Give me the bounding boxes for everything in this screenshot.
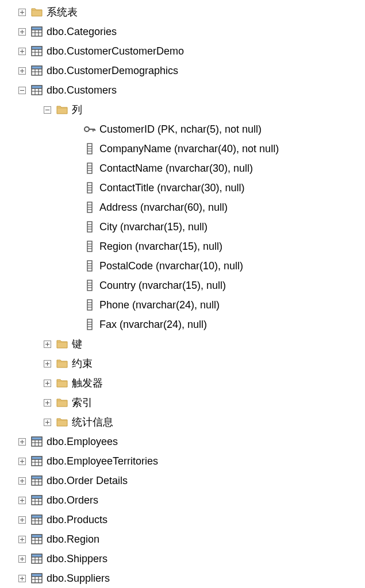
expand-icon[interactable] — [18, 28, 26, 36]
column-icon — [83, 240, 96, 253]
tree-item-label: dbo.Order Details — [47, 475, 128, 486]
table-icon — [30, 533, 43, 546]
column-icon — [83, 162, 96, 175]
tree-item-label: City (nvarchar(15), null) — [99, 222, 208, 232]
expand-icon[interactable] — [44, 341, 51, 348]
tree-item-label: dbo.Categories — [47, 26, 117, 37]
expand-icon[interactable] — [18, 497, 26, 504]
tree-item[interactable]: dbo.Customers — [0, 80, 365, 100]
tree-item-label: CustomerID (PK, nchar(5), not null) — [99, 124, 262, 134]
tree-item[interactable]: ContactName (nvarchar(30), null) — [0, 158, 365, 178]
tree-item-label: dbo.Suppliers — [47, 573, 110, 583]
tree-item[interactable]: dbo.CustomerCustomerDemo — [0, 41, 365, 61]
tree-item[interactable]: dbo.Products — [0, 510, 365, 529]
tree-item[interactable]: Address (nvarchar(60), null) — [0, 198, 365, 217]
tree-item-label: dbo.Customers — [47, 85, 117, 95]
tree-item[interactable]: 列 — [0, 100, 365, 119]
tree-item-label: 触发器 — [72, 378, 103, 388]
object-explorer-tree: 系统表dbo.Categoriesdbo.CustomerCustomerDem… — [0, 0, 365, 588]
tree-item[interactable]: dbo.Categories — [0, 22, 365, 41]
collapse-icon[interactable] — [44, 106, 51, 114]
tree-item[interactable]: CompanyName (nvarchar(40), not null) — [0, 139, 365, 158]
column-icon — [83, 220, 96, 233]
expand-icon[interactable] — [18, 516, 26, 524]
folder-icon — [30, 6, 43, 18]
expand-icon[interactable] — [44, 380, 51, 387]
tree-item-label: 系统表 — [47, 7, 78, 17]
tree-item[interactable]: 键 — [0, 334, 365, 354]
tree-item[interactable]: Fax (nvarchar(24), null) — [0, 315, 365, 334]
expand-icon[interactable] — [44, 360, 51, 368]
table-icon — [30, 474, 43, 487]
tree-item[interactable]: dbo.EmployeeTerritories — [0, 451, 365, 471]
tree-item[interactable]: City (nvarchar(15), null) — [0, 217, 365, 237]
tree-item[interactable]: Phone (nvarchar(24), null) — [0, 295, 365, 315]
tree-item[interactable]: dbo.Suppliers — [0, 568, 365, 588]
tree-item[interactable]: 触发器 — [0, 373, 365, 393]
tree-item-label: 索引 — [72, 397, 93, 408]
folder-icon — [56, 357, 68, 370]
table-icon — [30, 84, 43, 96]
table-icon — [30, 435, 43, 448]
table-icon — [30, 25, 43, 38]
column-icon — [83, 201, 96, 214]
tree-item-label: ContactName (nvarchar(30), null) — [99, 163, 253, 173]
table-icon — [30, 64, 43, 77]
tree-item-label: 统计信息 — [72, 417, 113, 427]
table-icon — [30, 572, 43, 585]
tree-item[interactable]: dbo.Order Details — [0, 471, 365, 490]
column-icon — [83, 181, 96, 194]
expand-icon[interactable] — [44, 399, 51, 407]
table-icon — [30, 552, 43, 565]
tree-item[interactable]: dbo.CustomerDemographics — [0, 61, 365, 80]
expand-icon[interactable] — [18, 555, 26, 563]
tree-item-label: 列 — [72, 105, 82, 115]
expand-icon[interactable] — [44, 419, 51, 426]
table-icon — [30, 494, 43, 506]
expand-icon[interactable] — [18, 458, 26, 465]
tree-item[interactable]: dbo.Orders — [0, 490, 365, 510]
tree-item-label: ContactTitle (nvarchar(30), null) — [99, 183, 244, 193]
tree-item[interactable]: 系统表 — [0, 2, 365, 22]
tree-item[interactable]: 约束 — [0, 354, 365, 373]
tree-item-label: dbo.Orders — [47, 495, 98, 505]
tree-item-label: 约束 — [72, 358, 93, 369]
expand-icon[interactable] — [18, 575, 26, 582]
folder-icon — [56, 338, 68, 350]
tree-item-label: dbo.Products — [47, 514, 107, 525]
column-icon — [83, 260, 96, 272]
tree-item[interactable]: 统计信息 — [0, 412, 365, 432]
tree-item[interactable]: Region (nvarchar(15), null) — [0, 237, 365, 256]
tree-item[interactable]: 索引 — [0, 393, 365, 412]
folder-icon — [56, 416, 68, 428]
tree-item[interactable]: Country (nvarchar(15), null) — [0, 276, 365, 295]
tree-item-label: Phone (nvarchar(24), null) — [99, 300, 220, 310]
expand-icon[interactable] — [18, 477, 26, 485]
expand-icon[interactable] — [18, 48, 26, 55]
tree-item[interactable]: dbo.Employees — [0, 432, 365, 451]
expand-icon[interactable] — [18, 67, 26, 75]
tree-item[interactable]: dbo.Region — [0, 529, 365, 549]
tree-item[interactable]: PostalCode (nvarchar(10), null) — [0, 256, 365, 276]
tree-item-label: dbo.Employees — [47, 436, 118, 447]
tree-item[interactable]: ContactTitle (nvarchar(30), null) — [0, 178, 365, 198]
collapse-icon[interactable] — [18, 87, 26, 94]
expand-icon[interactable] — [18, 438, 26, 446]
tree-item-label: 键 — [72, 339, 82, 349]
tree-item-label: PostalCode (nvarchar(10), null) — [99, 261, 243, 271]
column-icon — [83, 299, 96, 311]
tree-item[interactable]: CustomerID (PK, nchar(5), not null) — [0, 119, 365, 139]
table-icon — [30, 45, 43, 57]
expand-icon[interactable] — [18, 9, 26, 16]
column-icon — [83, 318, 96, 331]
tree-item[interactable]: dbo.Shippers — [0, 549, 365, 568]
tree-item-label: dbo.CustomerCustomerDemo — [47, 46, 184, 56]
tree-item-label: dbo.Shippers — [47, 554, 107, 564]
key-icon — [83, 123, 96, 136]
table-icon — [30, 455, 43, 467]
column-icon — [83, 142, 96, 155]
folder-icon — [56, 377, 68, 389]
tree-item-label: Address (nvarchar(60), null) — [99, 202, 228, 212]
folder-icon — [56, 396, 68, 409]
expand-icon[interactable] — [18, 536, 26, 543]
